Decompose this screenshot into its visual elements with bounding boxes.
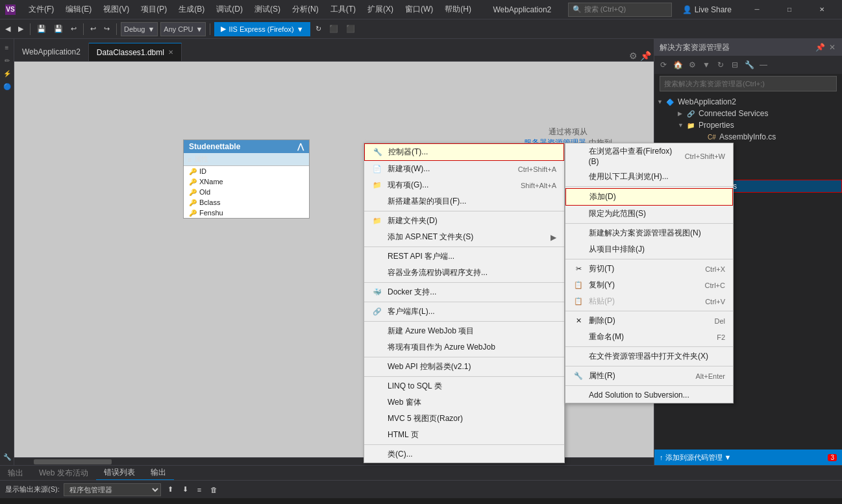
- maximize-button[interactable]: □: [774, 0, 804, 19]
- cm-item-L[interactable]: 🔗客户端库(L)...: [364, 304, 564, 320]
- bottom-tab-output[interactable]: 输出: [0, 466, 31, 480]
- cm-item-[interactable]: 容器业务流程协调程序支持...: [364, 265, 564, 281]
- back-button[interactable]: ◀: [3, 22, 13, 36]
- se-sync-button[interactable]: ⟳: [657, 58, 670, 71]
- cm-item-C[interactable]: 类(C)...: [364, 446, 564, 462]
- tab-close-icon[interactable]: ✕: [168, 49, 173, 56]
- tab-pin-icon[interactable]: 📌: [640, 51, 651, 61]
- cm-add-item-D[interactable]: ✕删除(D)Del: [565, 313, 733, 329]
- output-btn2[interactable]: ⬇: [180, 483, 191, 497]
- sidebar-icon-1[interactable]: ≡: [1, 42, 13, 53]
- tab-gear-icon[interactable]: ⚙: [629, 51, 638, 61]
- tab-dataclasses[interactable]: DataClasses1.dbml ✕: [89, 43, 182, 61]
- platform-dropdown[interactable]: Any CPU ▼: [160, 22, 206, 36]
- run-button[interactable]: ▶ IIS Express (Firefox) ▼: [214, 22, 310, 36]
- forward-button[interactable]: ▶: [16, 22, 26, 36]
- close-button[interactable]: ✕: [807, 0, 837, 19]
- cm-item-Web[interactable]: Web 窗体: [364, 394, 564, 411]
- menu-item-X[interactable]: 扩展(X): [362, 3, 399, 16]
- se-pin-button[interactable]: 📌: [814, 43, 826, 52]
- tree-expand-arrow[interactable]: ▼: [678, 122, 684, 128]
- scroll-thumb[interactable]: [34, 459, 112, 464]
- cm-add-item-J[interactable]: 从项目中排除(J): [565, 241, 733, 258]
- cm-add-item-R[interactable]: 🔧属性(R)Alt+Enter: [565, 368, 733, 384]
- menu-item-T[interactable]: 工具(T): [325, 3, 361, 16]
- undo-button[interactable]: ↩: [68, 22, 79, 36]
- cm-item-AzureWebJob[interactable]: 新建 Azure WebJob 项目: [364, 323, 564, 339]
- cm-add-item-T[interactable]: ✂剪切(T)Ctrl+X: [565, 261, 733, 277]
- menu-item-D[interactable]: 调试(D): [211, 3, 248, 16]
- sidebar-icon-5[interactable]: 🔧: [1, 451, 13, 462]
- se-collapse-button[interactable]: ⊟: [728, 58, 741, 71]
- debug-config-dropdown[interactable]: Debug ▼: [121, 22, 158, 36]
- minimize-button[interactable]: ─: [742, 0, 772, 19]
- tree-expand-arrow[interactable]: ▶: [678, 110, 684, 117]
- tree-item-AssemblyInfocs[interactable]: C#AssemblyInfo.cs: [654, 131, 842, 143]
- menu-item-E[interactable]: 编辑(E): [60, 3, 97, 16]
- output-btn4[interactable]: 🗑: [208, 483, 220, 497]
- live-share-button[interactable]: 👤 Live Share: [677, 4, 737, 16]
- cm-item-WebAPIv[interactable]: Web API 控制器类(v2.1): [364, 359, 564, 375]
- cm-item-G[interactable]: 📁现有项(G)...Shift+Alt+A: [364, 177, 564, 193]
- sidebar-icon-3[interactable]: ⚡: [1, 67, 13, 79]
- cm-item-LINQtoSQL[interactable]: LINQ to SQL 类: [364, 378, 564, 394]
- se-filter-button[interactable]: ▼: [700, 58, 713, 71]
- cm-add-item-N[interactable]: 新建解决方案资源管理器视图(N): [565, 225, 733, 241]
- cm-item-HTML[interactable]: HTML 页: [364, 427, 564, 443]
- cm-item-T[interactable]: 🔧控制器(T)...: [364, 143, 564, 161]
- save-button[interactable]: 💾: [34, 22, 49, 36]
- sidebar-icon-2[interactable]: ✏: [1, 54, 13, 66]
- tree-item-ConnectedServices[interactable]: ▶🔗Connected Services: [654, 108, 842, 119]
- entity-collapse-icon[interactable]: ⋀: [297, 142, 304, 151]
- bottom-tab-output2[interactable]: 输出: [143, 466, 174, 480]
- cm-add-item-AddSolutiontoSubversion[interactable]: Add Solution to Subversion...: [565, 387, 733, 403]
- save-all-button[interactable]: 💾: [51, 22, 66, 36]
- tree-expand-arrow[interactable]: ▼: [657, 99, 663, 105]
- cm-add-item-X[interactable]: 在文件资源管理器中打开文件夹(X): [565, 348, 733, 365]
- stop-button[interactable]: ⬛: [327, 22, 341, 36]
- cm-add-item-H[interactable]: 使用以下工具浏览(H)...: [565, 169, 733, 185]
- se-refresh-button[interactable]: ↻: [714, 58, 727, 71]
- search-box[interactable]: 🔍 搜索 (Ctrl+Q): [568, 3, 672, 17]
- refresh-button[interactable]: ↻: [313, 22, 324, 36]
- se-search-input[interactable]: [660, 76, 837, 91]
- se-extra-button[interactable]: —: [757, 58, 770, 71]
- menu-item-N[interactable]: 分析(N): [287, 3, 324, 16]
- tree-item-Properties[interactable]: ▼📁Properties: [654, 119, 842, 131]
- menu-item-S[interactable]: 测试(S): [249, 3, 286, 16]
- cm-add-item-M[interactable]: 重命名(M)F2: [565, 329, 733, 345]
- se-home-button[interactable]: 🏠: [671, 58, 684, 71]
- tree-item-WebApplication2[interactable]: ▼🔷WebApplication2: [654, 96, 842, 108]
- se-close-button[interactable]: ✕: [828, 43, 837, 52]
- output-source-select[interactable]: 程序包管理器: [64, 483, 161, 496]
- menu-item-B[interactable]: 生成(B): [173, 3, 210, 16]
- menu-item-F[interactable]: 文件(F): [23, 3, 59, 16]
- menu-item-W[interactable]: 窗口(W): [400, 3, 438, 16]
- cm-add-item-S[interactable]: 限定为此范围(S): [565, 206, 733, 222]
- extra-button[interactable]: ⬛: [343, 22, 358, 36]
- redo-button[interactable]: ↪: [101, 22, 112, 36]
- cm-item-AzureWebJob[interactable]: 将现有项目作为 Azure WebJob: [364, 339, 564, 355]
- se-settings-button[interactable]: ⚙: [686, 58, 699, 71]
- cm-item-F[interactable]: 新搭建基架的项目(F)...: [364, 193, 564, 210]
- sidebar-icon-4[interactable]: 🔵: [1, 80, 13, 92]
- output-btn1[interactable]: ⬆: [165, 483, 176, 497]
- menu-item-V[interactable]: 视图(V): [98, 3, 134, 16]
- bottom-tab-publish[interactable]: Web 发布活动: [31, 466, 96, 480]
- cm-add-item-FirefoxB[interactable]: 在浏览器中查看(Firefox)(B)Ctrl+Shift+W: [565, 143, 733, 169]
- undo2-button[interactable]: ↩: [88, 22, 99, 36]
- cm-add-item-P[interactable]: 📋粘贴(P)Ctrl+V: [565, 293, 733, 309]
- cm-add-item-Y[interactable]: 📋复制(Y)Ctrl+C: [565, 277, 733, 293]
- bottom-tab-errors[interactable]: 错误列表: [96, 466, 143, 480]
- cm-item-RESTAPI[interactable]: REST API 客户端...: [364, 248, 564, 265]
- cm-item-MVCRazor[interactable]: MVC 5 视图页(Razor): [364, 411, 564, 427]
- output-btn3[interactable]: ≡: [195, 483, 204, 497]
- se-properties-button[interactable]: 🔧: [743, 58, 756, 71]
- tab-webapplication2[interactable]: WebApplication2: [14, 43, 89, 61]
- cm-add-item-D[interactable]: 添加(D): [565, 188, 733, 206]
- menu-item-P[interactable]: 项目(P): [136, 3, 172, 16]
- menu-item-H[interactable]: 帮助(H): [440, 3, 477, 16]
- cm-item-ASPNETS[interactable]: 添加 ASP.NET 文件夹(S)▶: [364, 229, 564, 245]
- cm-item-Docker[interactable]: 🐳Docker 支持...: [364, 284, 564, 300]
- cm-item-W[interactable]: 📄新建项(W)...Ctrl+Shift+A: [364, 161, 564, 177]
